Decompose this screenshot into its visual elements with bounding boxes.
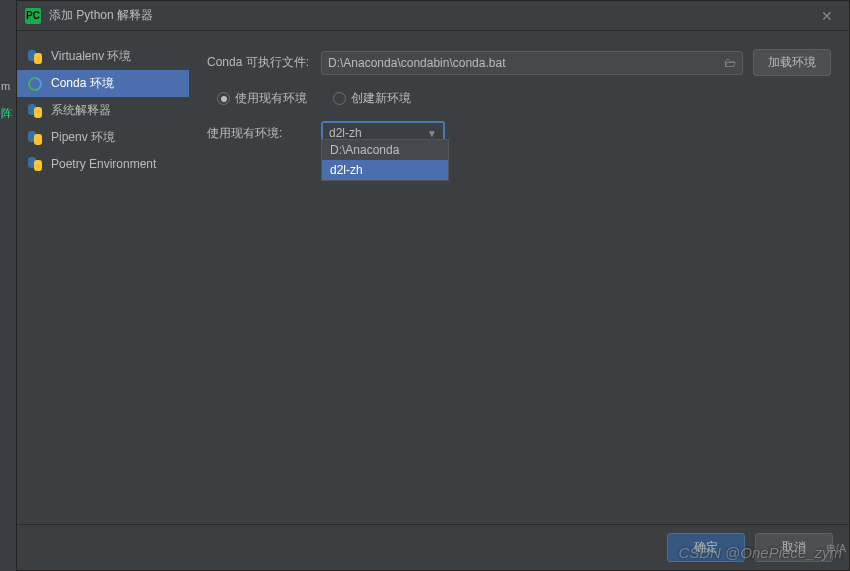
browse-folder-icon[interactable]: 🗁 <box>718 56 736 70</box>
use-existing-label: 使用现有环境: <box>207 125 311 142</box>
env-mode-row: 使用现有环境 创建新环境 <box>207 90 831 107</box>
load-env-button[interactable]: 加载环境 <box>753 49 831 76</box>
dialog-body: Virtualenv 环境 Conda 环境 系统解释器 Pipenv 环境 P… <box>17 31 849 570</box>
sidebar-item-label: Pipenv 环境 <box>51 129 115 146</box>
radio-create-new[interactable]: 创建新环境 <box>333 90 411 107</box>
python-icon <box>27 103 43 119</box>
gutter-mark: 阵 <box>1 106 12 121</box>
python-icon <box>27 130 43 146</box>
editor-gutter: m 阵 <box>0 0 16 571</box>
titlebar: PC 添加 Python 解释器 ✕ <box>17 1 849 31</box>
dropdown-option[interactable]: D:\Anaconda <box>322 140 448 160</box>
sidebar: Virtualenv 环境 Conda 环境 系统解释器 Pipenv 环境 P… <box>17 31 189 570</box>
close-button[interactable]: ✕ <box>813 4 841 28</box>
main-panel: Conda 可执行文件: D:\Anaconda\condabin\conda.… <box>189 31 849 570</box>
conda-icon <box>27 76 43 92</box>
use-existing-row: 使用现有环境: d2l-zh ▼ <box>207 121 831 145</box>
combo-value: d2l-zh <box>329 126 362 140</box>
sidebar-item-label: Conda 环境 <box>51 75 114 92</box>
sidebar-item-system[interactable]: 系统解释器 <box>17 97 189 124</box>
add-interpreter-dialog: PC 添加 Python 解释器 ✕ Virtualenv 环境 Conda 环… <box>16 0 850 571</box>
right-edge-badge: 串(A <box>826 542 846 556</box>
sidebar-item-label: 系统解释器 <box>51 102 111 119</box>
sidebar-item-label: Poetry Environment <box>51 157 156 171</box>
dropdown-option[interactable]: d2l-zh <box>322 160 448 180</box>
conda-exe-row: Conda 可执行文件: D:\Anaconda\condabin\conda.… <box>207 49 831 76</box>
gutter-mark: m <box>1 80 10 92</box>
python-icon <box>27 156 43 172</box>
conda-exe-value: D:\Anaconda\condabin\conda.bat <box>328 56 505 70</box>
button-bar: 确定 取消 <box>17 524 849 570</box>
radio-label: 使用现有环境 <box>235 90 307 107</box>
sidebar-item-pipenv[interactable]: Pipenv 环境 <box>17 124 189 151</box>
radio-label: 创建新环境 <box>351 90 411 107</box>
env-mode-radio-group: 使用现有环境 创建新环境 <box>217 90 831 107</box>
sidebar-item-virtualenv[interactable]: Virtualenv 环境 <box>17 43 189 70</box>
cancel-button[interactable]: 取消 <box>755 533 833 562</box>
sidebar-item-label: Virtualenv 环境 <box>51 48 131 65</box>
window-title: 添加 Python 解释器 <box>49 7 813 24</box>
radio-dot-icon <box>217 92 230 105</box>
sidebar-item-conda[interactable]: Conda 环境 <box>17 70 189 97</box>
conda-exe-input[interactable]: D:\Anaconda\condabin\conda.bat 🗁 <box>321 51 743 75</box>
ok-button[interactable]: 确定 <box>667 533 745 562</box>
chevron-down-icon: ▼ <box>427 128 437 139</box>
sidebar-item-poetry[interactable]: Poetry Environment <box>17 151 189 177</box>
env-dropdown-list: D:\Anaconda d2l-zh <box>321 139 449 181</box>
python-icon <box>27 49 43 65</box>
radio-use-existing[interactable]: 使用现有环境 <box>217 90 307 107</box>
conda-exe-label: Conda 可执行文件: <box>207 54 311 71</box>
radio-dot-icon <box>333 92 346 105</box>
pycharm-icon: PC <box>25 8 41 24</box>
